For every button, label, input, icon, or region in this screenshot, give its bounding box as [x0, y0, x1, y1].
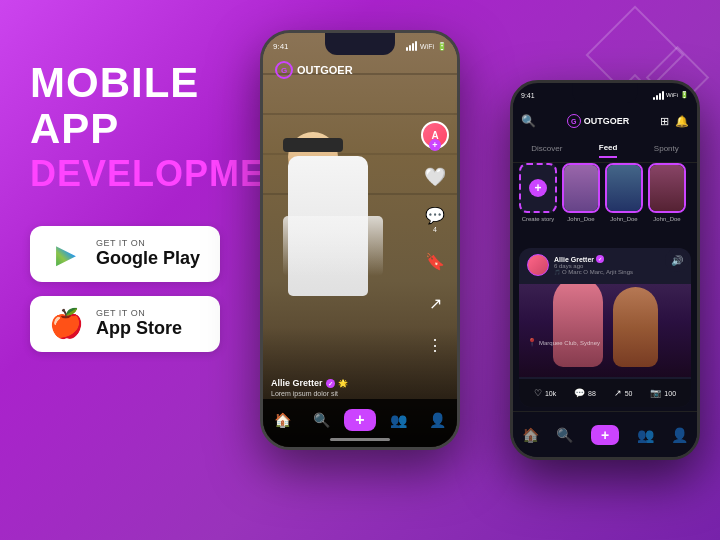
phones-container: 9:41 WiFi 🔋 G OUTGOER A — [260, 20, 700, 520]
app-store-small-text: GET IT ON — [96, 308, 182, 318]
secondary-nav-activity[interactable]: 👥 — [637, 427, 654, 443]
location-pin-icon: 📍 — [527, 338, 537, 347]
post-user-info: Allie Gretter ✓ 6 days ago 🎵 O Marc O Ma… — [527, 254, 633, 276]
verified-badge: ✓ — [326, 379, 335, 388]
story-img-1 — [564, 165, 598, 211]
tab-feed[interactable]: Feed — [599, 143, 618, 158]
main-status-bar: 9:41 WiFi 🔋 — [273, 37, 447, 55]
google-play-big-text: Google Play — [96, 248, 200, 270]
outgoer-name-secondary: OUTGOER — [584, 116, 630, 126]
phone-main: 9:41 WiFi 🔋 G OUTGOER A — [260, 30, 460, 450]
like-icon: 🤍 — [424, 166, 446, 188]
secondary-header-icons: ⊞ 🔔 — [660, 115, 689, 128]
stat-likes[interactable]: ♡ 10k — [534, 388, 556, 398]
secondary-nav-home[interactable]: 🏠 — [522, 427, 539, 443]
post-location: 📍 Marquee Club, Sydney — [527, 338, 600, 347]
story-item-2[interactable]: John_Doe — [605, 163, 643, 222]
post-verified: ✓ — [596, 255, 604, 263]
outgoer-icon-secondary: G — [567, 114, 581, 128]
home-indicator — [330, 438, 390, 441]
secondary-status-time: 9:41 — [521, 92, 535, 99]
story-item-3[interactable]: John_Doe — [648, 163, 686, 222]
stories-row: + Create story John_Doe John_Doe — [519, 163, 691, 243]
story-avatar-3 — [648, 163, 686, 213]
nav-activity[interactable]: 👥 — [383, 404, 415, 436]
app-store-button[interactable]: 🍎 GET IT ON App Store — [30, 296, 220, 352]
google-play-button[interactable]: ▶ GET IT ON Google Play — [30, 226, 220, 282]
main-user-info: Allie Gretter ✓ 🌟 Lorem ipsum dolor sit — [271, 378, 417, 397]
stat-comments[interactable]: 💬 88 — [574, 388, 596, 398]
like-action: 🤍 — [421, 163, 449, 191]
view-stat-value: 100 — [664, 390, 676, 397]
secondary-search-icon[interactable]: 🔍 — [521, 114, 536, 128]
apple-icon: 🍎 — [48, 306, 84, 342]
main-status-time: 9:41 — [273, 42, 289, 51]
post-subtitle: 🎵 O Marc O Marc, Arjit Sings — [554, 269, 633, 275]
google-play-icon: ▶ — [48, 236, 84, 272]
post-stats: ♡ 10k 💬 88 ↗ 50 📷 100 — [519, 379, 691, 407]
google-play-text: GET IT ON Google Play — [96, 238, 200, 270]
feed-post-image: 📍 Marquee Club, Sydney — [519, 284, 691, 377]
outgoer-name-main: OUTGOER — [297, 64, 353, 76]
comment-stat-icon: 💬 — [574, 388, 585, 398]
tab-discover[interactable]: Discover — [531, 144, 562, 157]
side-actions: A 🤍 💬 4 🔖 ↗ ⋮ — [421, 121, 449, 359]
secondary-nav-add[interactable]: + — [591, 425, 619, 445]
comment-count: 4 — [433, 226, 437, 233]
create-story-label: Create story — [522, 216, 555, 222]
story-name-3: John_Doe — [653, 216, 680, 222]
story-avatar-1 — [562, 163, 600, 213]
outgoer-icon-main: G — [275, 61, 293, 79]
story-create[interactable]: + Create story — [519, 163, 557, 222]
comment-stat-value: 88 — [588, 390, 596, 397]
outgoer-logo-main: G OUTGOER — [275, 61, 353, 79]
share-stat-icon: ↗ — [614, 388, 622, 398]
share-action: ↗ — [421, 289, 449, 317]
title-line1: MOBILE APP — [30, 60, 280, 152]
create-story-avatar: + — [519, 163, 557, 213]
post-person-1 — [553, 284, 603, 367]
nav-search[interactable]: 🔍 — [305, 404, 337, 436]
secondary-nav-search[interactable]: 🔍 — [556, 427, 573, 443]
post-person-2 — [613, 287, 658, 367]
story-name-1: John_Doe — [567, 216, 594, 222]
phone-secondary: 9:41 WiFi 🔋 🔍 G OUTGOER ⊞ 🔔 — [510, 80, 700, 460]
nav-home[interactable]: 🏠 — [266, 404, 298, 436]
post-header: Allie Gretter ✓ 6 days ago 🎵 O Marc O Ma… — [527, 254, 683, 276]
creator-avatar-side: A — [421, 121, 449, 149]
post-user-name: Allie Gretter ✓ — [554, 255, 633, 263]
story-item-1[interactable]: John_Doe — [562, 163, 600, 222]
grid-icon[interactable]: ⊞ — [660, 115, 669, 128]
secondary-nav-profile[interactable]: 👤 — [671, 427, 688, 443]
app-store-text: GET IT ON App Store — [96, 308, 182, 340]
nav-add-button[interactable]: + — [344, 409, 376, 431]
secondary-tabs: Discover Feed Sponty — [513, 139, 697, 163]
outgoer-logo-secondary: G OUTGOER — [567, 114, 630, 128]
more-action: ⋮ — [421, 331, 449, 359]
tab-sponty[interactable]: Sponty — [654, 144, 679, 157]
music-player[interactable]: 🔊 — [665, 248, 689, 272]
feed-post: Allie Gretter ✓ 6 days ago 🎵 O Marc O Ma… — [519, 248, 691, 407]
secondary-status-bar: 9:41 WiFi 🔋 — [521, 87, 689, 103]
story-name-2: John_Doe — [610, 216, 637, 222]
left-content: MOBILE APP DEVELOPMENT ▶ GET IT ON Googl… — [30, 60, 280, 366]
post-user-details: Allie Gretter ✓ 6 days ago 🎵 O Marc O Ma… — [554, 255, 633, 275]
stat-shares[interactable]: ↗ 50 — [614, 388, 633, 398]
bell-icon[interactable]: 🔔 — [675, 115, 689, 128]
nav-profile[interactable]: 👤 — [422, 404, 454, 436]
title-line2: DEVELOPMENT — [30, 152, 280, 195]
view-stat-icon: 📷 — [650, 388, 661, 398]
more-icon: ⋮ — [427, 336, 443, 355]
bookmark-icon: 🔖 — [425, 252, 445, 271]
share-icon: ↗ — [429, 294, 442, 313]
secondary-bottom-nav: 🏠 🔍 + 👥 👤 — [513, 411, 697, 457]
story-avatar-2 — [605, 163, 643, 213]
stat-views[interactable]: 📷 100 — [650, 388, 676, 398]
main-app-header: G OUTGOER — [263, 55, 457, 85]
story-img-3 — [650, 165, 684, 211]
like-stat-icon: ♡ — [534, 388, 542, 398]
main-creator-caption: Lorem ipsum dolor sit — [271, 390, 417, 397]
post-avatar — [527, 254, 549, 276]
bookmark-action: 🔖 — [421, 247, 449, 275]
share-stat-value: 50 — [625, 390, 633, 397]
